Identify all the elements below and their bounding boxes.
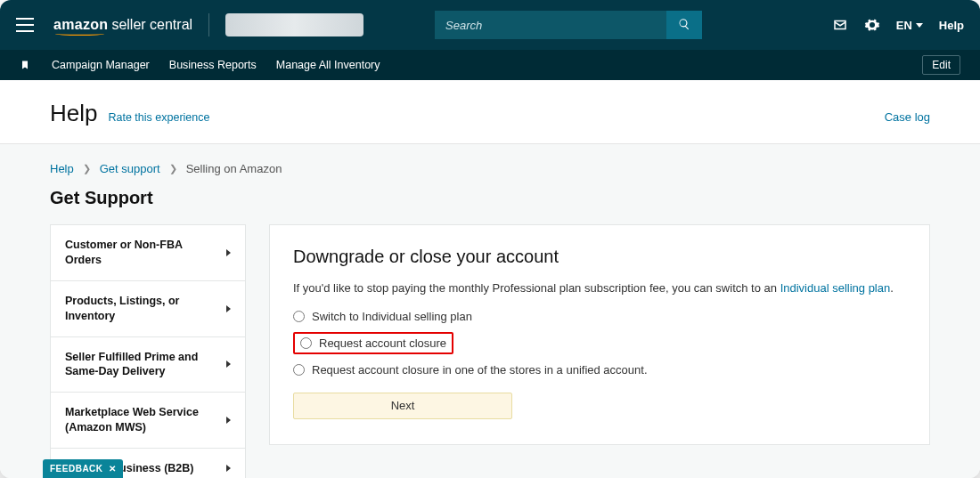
radio-label: Switch to Individual selling plan (312, 310, 472, 323)
sidebar-item-customer-orders[interactable]: Customer or Non-FBA Orders (51, 225, 245, 281)
search-icon (678, 18, 690, 33)
help-link[interactable]: Help (939, 19, 964, 32)
radio-switch-individual[interactable]: Switch to Individual selling plan (293, 310, 906, 323)
sidebar-item-label: Marketplace Web Service (Amazon MWS) (65, 405, 217, 435)
main-panel: Downgrade or close your account If you'd… (269, 224, 930, 445)
radio-request-closure[interactable]: Request account closure (293, 332, 453, 354)
brand-seller-central-text: seller central (111, 17, 192, 33)
radio-input[interactable] (293, 364, 305, 376)
next-button[interactable]: Next (293, 393, 512, 419)
top-nav: amazon seller central EN Help (0, 0, 980, 50)
radio-group: Switch to Individual selling plan Reques… (293, 310, 906, 377)
sidebar-item-label: Customer or Non-FBA Orders (65, 238, 217, 268)
support-sidebar: Customer or Non-FBA Orders Products, Lis… (50, 224, 246, 478)
nav-link-campaign-manager[interactable]: Campaign Manager (52, 59, 150, 71)
radio-input[interactable] (300, 337, 312, 349)
panel-heading: Downgrade or close your account (293, 247, 906, 267)
breadcrumb-current: Selling on Amazon (186, 162, 282, 175)
feedback-label: FEEDBACK (50, 464, 103, 474)
brand-amazon-text: amazon (53, 17, 108, 33)
search-wrap (435, 11, 702, 39)
top-right-controls: EN Help (832, 17, 964, 33)
sidebar-item-label: Seller Fulfilled Prime and Same-Day Deli… (65, 350, 217, 380)
nav-link-manage-all-inventory[interactable]: Manage All Inventory (276, 59, 380, 71)
breadcrumb-get-support[interactable]: Get support (100, 162, 160, 175)
breadcrumb-help[interactable]: Help (50, 162, 74, 175)
mail-icon[interactable] (832, 17, 848, 33)
sidebar-item-mws[interactable]: Marketplace Web Service (Amazon MWS) (51, 393, 245, 449)
caret-down-icon (916, 23, 923, 28)
radio-label: Request account closure (319, 336, 446, 350)
page-title: Get Support (50, 188, 930, 208)
brand-logo[interactable]: amazon seller central (53, 17, 192, 33)
chevron-right-icon (226, 417, 231, 424)
breadcrumb-sep: ❯ (169, 163, 177, 174)
chevron-right-icon (226, 249, 231, 256)
close-icon[interactable]: ✕ (109, 464, 117, 474)
body-area: Help ❯ Get support ❯ Selling on Amazon G… (0, 144, 980, 478)
search-input[interactable] (435, 11, 666, 39)
feedback-tab[interactable]: FEEDBACK ✕ (43, 459, 123, 478)
account-switcher-blurred[interactable] (225, 13, 363, 36)
rate-this-experience-link[interactable]: Rate this experience (108, 111, 209, 124)
menu-icon[interactable] (16, 18, 34, 32)
radio-label: Request account closure in one of the st… (312, 363, 648, 377)
sidebar-item-sfp[interactable]: Seller Fulfilled Prime and Same-Day Deli… (51, 337, 245, 393)
chevron-right-icon (226, 361, 231, 368)
nav-links: Campaign Manager Business Reports Manage… (52, 59, 380, 71)
panel-description: If you'd like to stop paying the monthly… (293, 280, 906, 297)
sidebar-item-label: Products, Listings, or Inventory (65, 294, 217, 324)
help-header: Help Rate this experience Case log (0, 80, 980, 144)
bookmark-icon[interactable] (20, 59, 30, 71)
search-button[interactable] (666, 11, 702, 39)
breadcrumb-sep: ❯ (83, 163, 91, 174)
breadcrumb: Help ❯ Get support ❯ Selling on Amazon (50, 162, 930, 175)
individual-selling-plan-link[interactable]: Individual selling plan (780, 281, 891, 295)
chevron-right-icon (226, 465, 231, 472)
secondary-nav: Campaign Manager Business Reports Manage… (0, 50, 980, 80)
case-log-link[interactable]: Case log (885, 110, 930, 124)
nav-link-business-reports[interactable]: Business Reports (169, 59, 257, 71)
gear-icon[interactable] (864, 17, 880, 33)
edit-button[interactable]: Edit (922, 55, 960, 75)
language-label: EN (896, 19, 912, 32)
language-selector[interactable]: EN (896, 19, 923, 32)
help-title: Help (50, 100, 97, 127)
sidebar-item-products-listings[interactable]: Products, Listings, or Inventory (51, 281, 245, 337)
radio-input[interactable] (293, 311, 305, 322)
radio-request-closure-unified[interactable]: Request account closure in one of the st… (293, 363, 906, 377)
divider (208, 13, 209, 36)
chevron-right-icon (226, 305, 231, 312)
